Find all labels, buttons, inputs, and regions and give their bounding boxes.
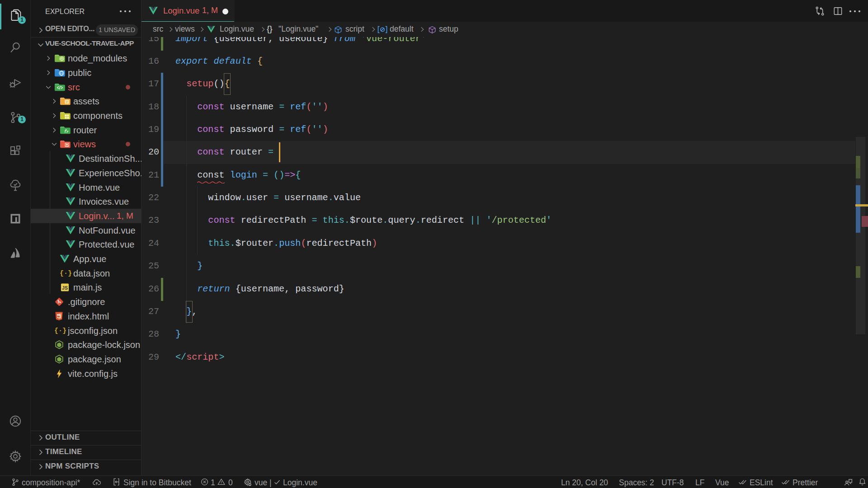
svg-text:JS: JS: [62, 286, 68, 291]
